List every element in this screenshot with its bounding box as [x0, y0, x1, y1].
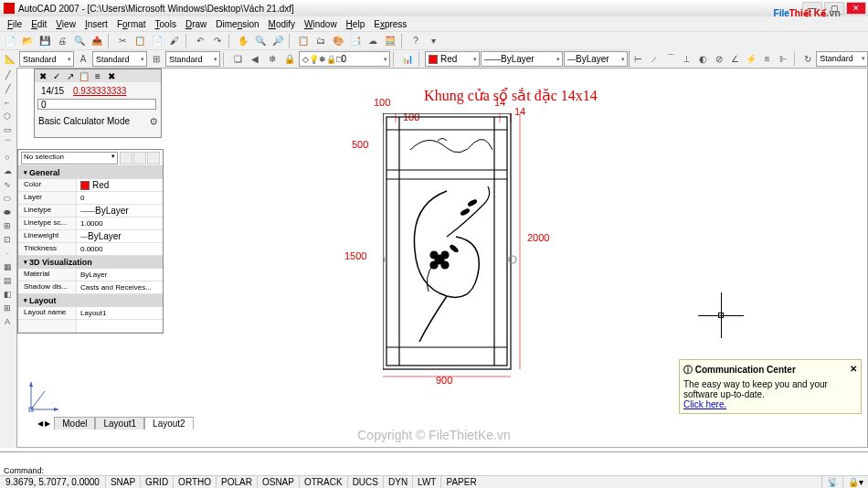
arc-icon[interactable]: ⌒	[0, 137, 15, 150]
qnew-icon[interactable]: ▾	[425, 33, 441, 49]
dim-style-icon[interactable]: 📐	[2, 51, 18, 68]
dim-quick-icon[interactable]: ⚡	[744, 50, 759, 67]
layer-icon[interactable]: ❏	[229, 51, 246, 68]
grid-toggle[interactable]: GRID	[140, 476, 173, 488]
layer-prev-icon[interactable]: ◀	[247, 51, 263, 68]
color-dropdown[interactable]: Red	[425, 51, 480, 67]
tab-layout2[interactable]: Layout2	[144, 417, 194, 430]
paste-icon[interactable]: 📄	[149, 33, 165, 49]
dim-diameter-icon[interactable]: ⊘	[711, 50, 726, 67]
menu-modify[interactable]: Modify	[265, 19, 299, 29]
menu-file[interactable]: File	[4, 19, 26, 29]
layer-states-icon[interactable]: 📊	[399, 51, 416, 68]
insert-block-icon[interactable]: ⊞	[0, 219, 15, 232]
calc-expand-icon[interactable]: ⊙	[150, 116, 157, 126]
calc-var-icon[interactable]: ≡	[92, 70, 103, 81]
layer-off-icon[interactable]: ❄	[264, 51, 281, 68]
snap-toggle[interactable]: SNAP	[105, 476, 140, 488]
new-icon[interactable]: 📄	[2, 33, 18, 49]
help-icon[interactable]: ?	[408, 33, 424, 49]
redo-icon[interactable]: ↷	[209, 33, 226, 49]
ellipse-icon[interactable]: ⬭	[0, 192, 15, 205]
revcloud-icon[interactable]: ☁	[0, 164, 15, 177]
menu-edit[interactable]: Edit	[27, 19, 50, 29]
save-icon[interactable]: 💾	[37, 33, 53, 49]
dim-angular-icon[interactable]: ∠	[727, 50, 743, 67]
undo-icon[interactable]: ↶	[192, 33, 208, 49]
design-center-icon[interactable]: 🗂	[312, 33, 329, 49]
calc-input[interactable]: 0	[37, 99, 156, 110]
section-3dviz[interactable]: 3D Visualization	[18, 256, 163, 269]
comm-link[interactable]: Click here.	[683, 399, 857, 409]
selection-dropdown[interactable]: No selection	[21, 152, 118, 164]
ducs-toggle[interactable]: DUCS	[347, 476, 383, 488]
calc-help-icon[interactable]: ✖	[106, 70, 117, 81]
print-icon[interactable]: 🖨	[54, 33, 70, 49]
ellipse-arc-icon[interactable]: ⬬	[0, 206, 15, 218]
dim-linear-icon[interactable]: ⊢	[630, 50, 646, 67]
tray-lock-icon[interactable]: 🔒▾	[842, 476, 868, 488]
properties-panel[interactable]: No selection General ColorRed Layer0 Lin…	[17, 149, 164, 334]
dim-update-icon[interactable]: ↻	[800, 50, 816, 67]
preview-icon[interactable]: 🔍	[71, 33, 88, 49]
zoom-icon[interactable]: 🔍	[252, 33, 269, 49]
table-icon[interactable]: ⊞	[0, 302, 15, 314]
menu-express[interactable]: Express	[370, 19, 410, 29]
pan-icon[interactable]: ✋	[235, 33, 251, 49]
mtext-icon[interactable]: A	[0, 315, 15, 328]
dyn-toggle[interactable]: DYN	[383, 476, 412, 488]
toggle-icon[interactable]	[147, 152, 160, 164]
spline-icon[interactable]: ∿	[0, 178, 15, 191]
calc-clear-icon[interactable]: ✖	[37, 70, 48, 81]
zoom-prev-icon[interactable]: 🔎	[270, 33, 286, 49]
hatch-icon[interactable]: ▦	[0, 260, 15, 273]
osnap-toggle[interactable]: OSNAP	[257, 476, 299, 488]
layer-dropdown[interactable]: ◇💡❄🔒□ 0	[299, 51, 390, 67]
table-style-dropdown[interactable]: Standard	[165, 51, 220, 67]
quickcalc-panel[interactable]: ✖ ✓ ↗ 📋 ≡ ✖ 14/150.933333333 0 Basic Cal…	[34, 69, 162, 138]
section-general[interactable]: General	[18, 166, 163, 179]
markup-icon[interactable]: ☁	[365, 33, 381, 49]
drawing-canvas[interactable]: ✖ ✓ ↗ 📋 ≡ ✖ 14/150.933333333 0 Basic Cal…	[16, 68, 868, 448]
dim-style-right[interactable]: Standard	[816, 51, 868, 67]
tab-layout1[interactable]: Layout1	[95, 417, 144, 430]
polar-toggle[interactable]: POLAR	[216, 476, 257, 488]
section-layout[interactable]: Layout	[18, 294, 163, 307]
dim-radius-icon[interactable]: ◐	[695, 50, 711, 67]
cut-icon[interactable]: ✂	[114, 33, 131, 49]
tab-model[interactable]: Model	[54, 417, 95, 430]
dim-baseline-icon[interactable]: ≡	[759, 50, 775, 67]
menu-format[interactable]: Format	[113, 19, 150, 29]
rectangle-icon[interactable]: ▭	[0, 123, 15, 136]
dim-style-dropdown[interactable]: Standard	[19, 51, 74, 67]
open-icon[interactable]: 📂	[19, 33, 36, 49]
menu-dimension[interactable]: Dimension	[212, 19, 262, 29]
copy-icon[interactable]: 📋	[132, 33, 148, 49]
dim-continue-icon[interactable]: ⊩	[776, 50, 791, 67]
match-icon[interactable]: 🖌	[166, 33, 183, 49]
calc-paste-icon[interactable]: 📋	[79, 70, 90, 81]
command-line[interactable]	[0, 451, 868, 475]
menu-view[interactable]: View	[52, 19, 79, 29]
paper-toggle[interactable]: PAPER	[440, 476, 481, 488]
quick-select-icon[interactable]	[133, 152, 146, 164]
dim-ord-icon[interactable]: ⊥	[679, 50, 694, 67]
polygon-icon[interactable]: ⬡	[0, 110, 15, 122]
table-style-icon[interactable]: ⊞	[148, 51, 164, 68]
calc-icon[interactable]: 🧮	[382, 33, 398, 49]
line-icon[interactable]: ╱	[0, 69, 15, 81]
linetype-dropdown[interactable]: —— ByLayer	[481, 51, 563, 67]
calc-history-icon[interactable]: ✓	[51, 70, 62, 81]
region-icon[interactable]: ◧	[0, 288, 15, 301]
menu-window[interactable]: Window	[301, 19, 341, 29]
text-style-icon[interactable]: A	[75, 51, 91, 68]
properties-icon[interactable]: 📋	[295, 33, 312, 49]
menu-insert[interactable]: Insert	[81, 19, 111, 29]
menu-help[interactable]: Help	[343, 19, 369, 29]
menu-draw[interactable]: Draw	[182, 19, 210, 29]
tray-comm-icon[interactable]: 📡	[821, 476, 842, 488]
point-icon[interactable]: ·	[0, 247, 15, 260]
comm-close-icon[interactable]: ✕	[850, 364, 857, 377]
communication-center[interactable]: ⓘ Communication Center ✕ The easy way to…	[679, 359, 862, 414]
layer-lock-icon[interactable]: 🔒	[281, 51, 298, 68]
